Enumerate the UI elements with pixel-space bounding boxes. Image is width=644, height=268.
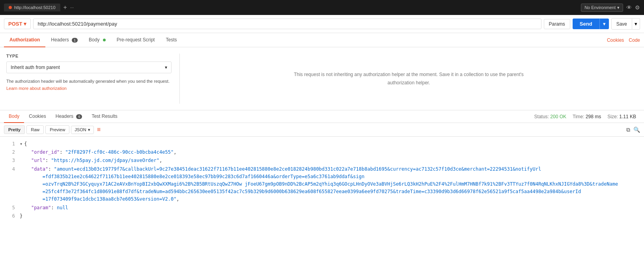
wrap-button[interactable]: ≡ xyxy=(97,126,101,133)
tab-label: http://localhost:50210 xyxy=(14,5,56,10)
environment-selector[interactable]: No Environment ▾ xyxy=(581,4,623,12)
save-button-group: Save ▾ xyxy=(611,18,640,30)
add-tab-button[interactable]: + xyxy=(63,4,67,11)
auth-section: TYPE Inherit auth from parent ▾ The auth… xyxy=(0,47,644,110)
send-button-group: Send ▾ xyxy=(573,19,609,29)
code-link[interactable]: Code xyxy=(629,37,640,43)
request-tab[interactable]: http://localhost:50210 xyxy=(4,4,60,11)
resp-headers-count: 6 xyxy=(76,114,82,119)
resp-tab-cookies[interactable]: Cookies xyxy=(24,110,50,123)
params-button[interactable]: Params xyxy=(544,19,570,29)
type-label: TYPE xyxy=(6,54,172,58)
code-line-4: 4 "data": "amount=ecd13b03c19779f7&callb… xyxy=(0,165,644,204)
url-bar: POST ▾ Params Send ▾ Save ▾ xyxy=(0,15,644,33)
pretty-button[interactable]: Pretty xyxy=(4,125,25,134)
tab-headers[interactable]: Headers 1 xyxy=(45,33,83,47)
status-label: Status: 200 OK xyxy=(534,114,566,119)
chevron-down-icon: ▾ xyxy=(617,5,620,10)
save-button[interactable]: Save xyxy=(611,18,632,30)
method-selector[interactable]: POST ▾ xyxy=(4,19,31,29)
response-tabs: Body Cookies Headers 6 Test Results Stat… xyxy=(0,110,644,123)
size-value: 1.11 KB xyxy=(619,114,636,119)
time-label: Time: 298 ms xyxy=(573,114,601,119)
more-tabs-button[interactable]: ··· xyxy=(70,5,74,10)
resp-tab-headers[interactable]: Headers 6 xyxy=(51,110,87,123)
auth-left: TYPE Inherit auth from parent ▾ The auth… xyxy=(6,54,180,104)
tab-body[interactable]: Body xyxy=(83,33,111,47)
line-number: 3 xyxy=(4,157,15,164)
auth-note: This request is not inheriting any autho… xyxy=(291,71,527,87)
raw-button[interactable]: Raw xyxy=(26,125,44,134)
response-actions: ⧉ 🔍 xyxy=(626,127,640,133)
method-value: POST xyxy=(8,21,22,27)
response-body-toolbar: Pretty Raw Preview JSON ▾ ≡ ⧉ 🔍 xyxy=(0,123,644,137)
code-line-6: 6 } xyxy=(0,212,644,220)
line-number: 4 xyxy=(4,166,15,203)
search-button[interactable]: 🔍 xyxy=(633,127,640,133)
tab-dot xyxy=(9,6,12,9)
body-dot xyxy=(103,39,106,41)
chevron-down-icon: ▾ xyxy=(88,127,90,132)
response-status: Status: 200 OK Time: 298 ms Size: 1.11 K… xyxy=(534,114,640,119)
code-line-1: 1 ▾{ xyxy=(0,140,644,148)
tab-tests[interactable]: Tests xyxy=(160,33,182,47)
line-number: 2 xyxy=(4,149,15,156)
line-number: 5 xyxy=(4,204,15,212)
chevron-down-icon: ▾ xyxy=(24,21,26,27)
tab-authorization[interactable]: Authorization xyxy=(4,33,45,47)
auth-description: The authorization header will be automat… xyxy=(6,78,172,92)
tab-pre-request[interactable]: Pre-request Script xyxy=(111,33,161,47)
cookies-link[interactable]: Cookies xyxy=(607,37,624,43)
url-input[interactable] xyxy=(33,19,541,29)
code-line-2: 2 "order_id": "2fF8297f-cf0c-486c-90cc-b… xyxy=(0,148,644,156)
code-line-5: 5 "param": null xyxy=(0,204,644,212)
code-line-3: 3 "url": "https://h5pay.jd.com/jdpay/sav… xyxy=(0,156,644,165)
topbar-right: No Environment ▾ 👁 ⚙ xyxy=(581,4,640,12)
status-value: 200 OK xyxy=(550,114,566,119)
auth-right: This request is not inheriting any autho… xyxy=(180,54,638,104)
preview-button[interactable]: Preview xyxy=(45,125,69,134)
code-area: 1 ▾{ 2 "order_id": "2fF8297f-cf0c-486c-9… xyxy=(0,137,644,223)
line-number: 6 xyxy=(4,212,15,220)
settings-icon[interactable]: ⚙ xyxy=(635,4,640,11)
json-format-select[interactable]: JSON ▾ xyxy=(71,126,93,134)
resp-tab-body[interactable]: Body xyxy=(4,110,24,123)
chevron-down-icon: ▾ xyxy=(165,65,167,70)
auth-learn-link[interactable]: Learn more about authorization xyxy=(6,86,67,91)
time-value: 298 ms xyxy=(586,114,601,119)
send-dropdown-button[interactable]: ▾ xyxy=(599,19,609,29)
expand-arrow[interactable]: ▾ xyxy=(20,141,22,147)
top-bar: http://localhost:50210 + ··· No Environm… xyxy=(0,0,644,15)
copy-button[interactable]: ⧉ xyxy=(626,127,630,133)
send-button[interactable]: Send xyxy=(573,19,599,29)
size-label: Size: 1.11 KB xyxy=(607,114,636,119)
line-number: 1 xyxy=(4,140,15,148)
resp-tab-test-results[interactable]: Test Results xyxy=(87,110,122,123)
top-right-links: Cookies Code xyxy=(607,37,640,43)
save-dropdown-button[interactable]: ▾ xyxy=(632,18,640,30)
request-tabs: Authorization Headers 1 Body Pre-request… xyxy=(0,33,644,47)
auth-type-select[interactable]: Inherit auth from parent ▾ xyxy=(6,61,172,73)
eye-icon[interactable]: 👁 xyxy=(626,4,632,11)
headers-count: 1 xyxy=(72,38,78,43)
